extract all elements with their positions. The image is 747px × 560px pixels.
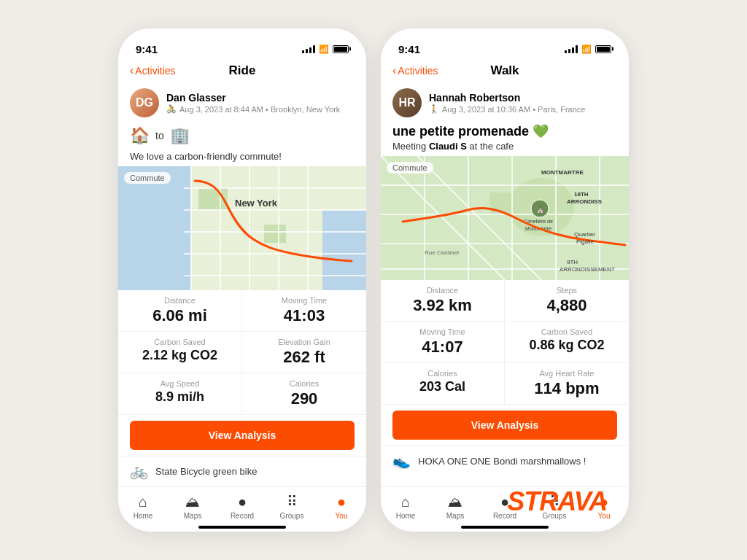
equipment-name-1: State Bicycle green bike	[155, 466, 257, 477]
nav-header-2: ‹ Activities Walk	[381, 61, 629, 84]
tab-home-label-1: Home	[133, 512, 153, 520]
ride-description: We love a carbon-friendly commute!	[118, 149, 366, 166]
tab-record-label-1: Record	[231, 512, 254, 520]
svg-line-26	[381, 156, 505, 280]
signal-icon-2	[565, 44, 578, 53]
map-2: ⛪ Cimetière de Montmartre Rue Cardinet M…	[381, 156, 629, 280]
phone-ride: 9:41 📶 ‹ Activities Ride	[118, 28, 366, 532]
user-info-1: Dan Glasser 🚴 Aug 3, 2023 at 8:44 AM • B…	[166, 92, 355, 114]
svg-text:New York: New York	[235, 198, 278, 209]
tab-you-1[interactable]: ● You	[323, 494, 360, 520]
stat-carbon-2: Carbon Saved 0.86 kg CO2	[505, 322, 629, 363]
route-to-icon-1: 🏢	[170, 126, 190, 145]
svg-text:Rue Cardinet: Rue Cardinet	[425, 249, 460, 256]
svg-rect-0	[118, 166, 184, 290]
map-1: New York Commute	[118, 166, 366, 290]
battery-icon-1	[333, 45, 349, 53]
strava-logo: STRAVA	[507, 486, 607, 517]
ride-title: Ride	[229, 63, 256, 78]
svg-text:9TH: 9TH	[567, 259, 578, 265]
status-icons-1: 📶	[302, 44, 349, 54]
tab-record-1[interactable]: ● Record	[224, 494, 260, 520]
stat-moving-time-2: Moving Time 41:07	[381, 322, 505, 363]
svg-text:18TH: 18TH	[574, 191, 589, 198]
tab-maps-1[interactable]: ⛰ Maps	[174, 494, 211, 520]
tab-maps-label-1: Maps	[184, 512, 201, 520]
svg-text:ARRONDISSEMENT: ARRONDISSEMENT	[560, 266, 615, 273]
user-row-1: DG Dan Glasser 🚴 Aug 3, 2023 at 8:44 AM …	[118, 84, 366, 122]
home-icon-1: ⌂	[139, 494, 147, 510]
svg-text:ARRONDISS: ARRONDISS	[567, 198, 603, 205]
user-name-2: Hannah Robertson	[429, 92, 617, 104]
map-label-2: Commute	[387, 162, 433, 174]
subtitle-name: Claudi S	[429, 141, 467, 152]
stat-elevation-1: Elevation Gain 262 ft	[242, 332, 366, 373]
stat-calories-2: Calories 203 Cal	[381, 363, 505, 405]
back-button-2[interactable]: ‹ Activities	[392, 64, 438, 77]
svg-text:MONTMARTRE: MONTMARTRE	[541, 169, 584, 176]
view-analysis-button-2[interactable]: View Analysis	[392, 411, 617, 440]
svg-text:Quartier: Quartier	[574, 231, 595, 238]
stat-heart-rate-2: Avg Heart Rate 114 bpm	[505, 363, 629, 405]
battery-icon-2	[595, 45, 611, 53]
stat-steps-2: Steps 4,880	[505, 280, 629, 322]
back-chevron-1: ‹	[130, 64, 133, 77]
user-meta-2: 🚶 Aug 3, 2023 at 10:36 AM • Paris, Franc…	[429, 104, 617, 114]
tab-groups-label-1: Groups	[280, 512, 304, 520]
activity-title-2: une petite promenade 💚	[381, 122, 629, 141]
back-chevron-2: ‹	[392, 64, 396, 77]
route-arrow-1: to	[155, 130, 164, 141]
tab-home-2[interactable]: ⌂ Home	[387, 494, 424, 520]
tab-maps-2[interactable]: ⛰ Maps	[437, 494, 473, 520]
stats-grid-2: Distance 3.92 km Steps 4,880 Moving Time…	[381, 280, 629, 405]
back-button-1[interactable]: ‹ Activities	[130, 64, 176, 77]
tab-home-1[interactable]: ⌂ Home	[125, 494, 161, 520]
activity-type-icon-1: 🚴	[166, 104, 177, 114]
svg-rect-1	[322, 210, 366, 290]
record-icon-1: ●	[238, 494, 247, 510]
maps-icon-2: ⛰	[448, 494, 462, 510]
tab-home-label-2: Home	[396, 512, 416, 520]
activity-type-icon-2: 🚶	[429, 104, 439, 114]
tab-bar-1: ⌂ Home ⛰ Maps ● Record ⠿ Groups ● You	[118, 486, 366, 523]
back-label-2: Activities	[398, 65, 438, 77]
status-time-2: 9:41	[398, 43, 420, 55]
user-name-1: Dan Glasser	[166, 92, 355, 104]
stat-calories-1: Calories 290	[242, 373, 366, 415]
view-analysis-button-1[interactable]: View Analysis	[130, 421, 355, 450]
map-svg-1: New York	[118, 166, 366, 290]
phones-container: 9:41 📶 ‹ Activities Ride	[118, 28, 629, 532]
map-label-1: Commute	[124, 172, 171, 184]
tab-you-label-1: You	[336, 512, 348, 520]
svg-text:Pigalle: Pigalle	[576, 238, 595, 245]
tab-groups-1[interactable]: ⠿ Groups	[274, 493, 310, 520]
home-indicator-1	[198, 526, 286, 529]
map-svg-2: ⛪ Cimetière de Montmartre Rue Cardinet M…	[381, 156, 629, 280]
status-bar-2: 9:41 📶	[381, 28, 629, 61]
user-meta-text-1: Aug 3, 2023 at 8:44 AM • Brooklyn, New Y…	[179, 105, 340, 114]
stat-speed-1: Avg Speed 8.9 mi/h	[118, 373, 242, 415]
route-row-1: 🏠 to 🏢	[118, 122, 366, 149]
equipment-row-2: 👟 HOKA ONE ONE Bondi marshmallows !	[381, 446, 629, 475]
groups-icon-1: ⠿	[287, 493, 298, 510]
user-meta-text-2: Aug 3, 2023 at 10:36 AM • Paris, France	[442, 105, 585, 114]
home-indicator-2	[461, 526, 549, 529]
equipment-icon-1: 🚲	[130, 462, 148, 480]
user-row-2: HR Hannah Robertson 🚶 Aug 3, 2023 at 10:…	[381, 84, 629, 122]
avatar-img-1: DG	[130, 88, 159, 117]
stat-distance-1: Distance 6.06 mi	[118, 290, 242, 332]
user-info-2: Hannah Robertson 🚶 Aug 3, 2023 at 10:36 …	[429, 92, 617, 114]
user-meta-1: 🚴 Aug 3, 2023 at 8:44 AM • Brooklyn, New…	[166, 104, 355, 114]
you-icon-1: ●	[337, 494, 346, 510]
phone-walk: 9:41 📶 ‹ Activities Walk	[381, 28, 629, 532]
status-time-1: 9:41	[136, 43, 158, 55]
nav-header-1: ‹ Activities Ride	[118, 61, 366, 84]
stat-distance-2: Distance 3.92 km	[381, 280, 505, 322]
stat-carbon-1: Carbon Saved 2.12 kg CO2	[118, 332, 242, 373]
route-from-icon-1: 🏠	[130, 126, 150, 145]
maps-icon-1: ⛰	[185, 494, 200, 510]
equipment-icon-2: 👟	[392, 452, 411, 470]
status-bar-1: 9:41 📶	[118, 28, 366, 61]
avatar-1: DG	[130, 88, 159, 117]
svg-rect-3	[264, 225, 286, 243]
